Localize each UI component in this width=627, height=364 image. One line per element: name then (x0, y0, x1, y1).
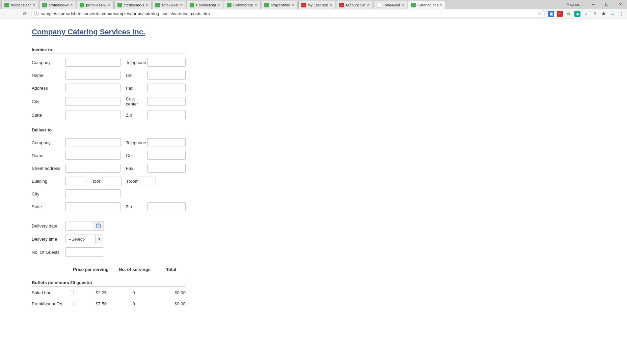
maximize-button[interactable]: ☐ (600, 0, 614, 9)
close-icon[interactable]: ✕ (254, 3, 257, 7)
close-icon[interactable]: ✕ (70, 3, 73, 7)
invoice-telephone-input[interactable] (147, 58, 186, 67)
d-name-label: Name (32, 153, 65, 158)
tab-title: Total-a-list (383, 3, 400, 7)
d-fax-label: Fax (120, 166, 147, 171)
deliver-fax-input[interactable] (147, 164, 186, 173)
invoice-header: Invoice to (32, 47, 186, 54)
invoice-city-input[interactable] (65, 97, 120, 106)
floor-label: Floor (86, 179, 103, 184)
telephone-label: Telephone (120, 60, 147, 65)
profile-name[interactable]: Magnus (567, 2, 580, 6)
name-label: Name (32, 73, 65, 78)
address-label: Address (32, 86, 65, 91)
close-icon[interactable]: ✕ (32, 3, 35, 7)
deliver-city-input[interactable] (65, 189, 120, 198)
calendar-button[interactable] (93, 221, 104, 231)
close-icon[interactable]: ✕ (367, 3, 370, 7)
close-icon[interactable]: ✕ (329, 3, 332, 7)
deliver-state-input[interactable] (65, 202, 120, 211)
tab-title: Catering cos (417, 3, 438, 7)
reload-button[interactable]: ⟳ (22, 11, 28, 17)
tab-11[interactable]: Catering cos✕ (408, 1, 445, 9)
close-icon[interactable]: ✕ (401, 3, 404, 7)
viewport[interactable]: Company Catering Services Inc. Invoice t… (0, 19, 627, 364)
tab-3[interactable]: credit-card-s✕ (114, 1, 152, 9)
delivery-time-value: --Select- (69, 237, 85, 242)
invoice-zip-input[interactable] (147, 111, 186, 119)
ext-icon-1[interactable]: ▣ (548, 11, 554, 17)
tab-2[interactable]: profit-loss-w✕ (77, 1, 113, 9)
star-icon[interactable]: ☆ (538, 11, 542, 16)
tab-9[interactable]: •••Account Set✕ (336, 1, 373, 9)
tab-7[interactable]: project-time✕ (261, 1, 297, 9)
tab-0[interactable]: Invoices-sam✕ (1, 1, 38, 9)
item-name: Salad bar (32, 290, 69, 295)
breakfast-checkbox[interactable] (69, 302, 74, 306)
deliver-telephone-input[interactable] (147, 138, 186, 147)
tab-8[interactable]: •••My LastPass✕ (298, 1, 335, 9)
tab-1[interactable]: profit-loss-w✕ (39, 1, 76, 9)
th-blank (32, 267, 69, 273)
close-icon[interactable]: ✕ (292, 3, 295, 7)
deliver-cell-input[interactable] (147, 151, 186, 160)
favicon-icon (155, 3, 160, 7)
favicon-icon (227, 3, 231, 7)
invoice-costcenter-input[interactable] (147, 97, 186, 106)
ext-icon-4[interactable]: ◆ (574, 11, 580, 17)
d-state-label: State (32, 204, 65, 209)
room-input[interactable] (139, 177, 156, 185)
building-label: Building (32, 179, 65, 184)
ext-icon-8[interactable]: ☁ (609, 11, 616, 17)
deliver-zip-input[interactable] (147, 202, 186, 211)
forward-button[interactable]: → (12, 11, 18, 17)
close-icon[interactable]: ✕ (108, 3, 111, 7)
tab-title: project-time (271, 3, 290, 7)
d-city-label: City (32, 191, 65, 196)
info-icon[interactable]: i (34, 11, 39, 16)
ext-icon-6[interactable]: B (592, 11, 598, 17)
deliver-street-input[interactable] (65, 164, 120, 173)
page-title[interactable]: Company Catering Services Inc. (32, 28, 145, 36)
delivery-date-input[interactable] (65, 221, 93, 231)
menu-icon[interactable]: ⋮ (618, 11, 624, 17)
tab-5[interactable]: Commercial✕ (187, 1, 223, 9)
tab-title: Commercial (196, 3, 216, 7)
minimize-button[interactable]: ─ (587, 0, 600, 9)
tab-10[interactable]: Total-a-list✕ (374, 1, 407, 9)
ext-icon-3[interactable]: ✿ (566, 11, 572, 17)
th-servings: No. of servings (113, 267, 157, 273)
guests-input[interactable] (65, 247, 103, 257)
delivery-time-select[interactable]: --Select- ▾ (65, 235, 103, 243)
invoice-name-input[interactable] (65, 71, 120, 80)
invoice-company-input[interactable] (65, 58, 120, 67)
address-bar[interactable]: i samples.spreadsheetconverter.com/examp… (31, 10, 545, 18)
invoice-address-input[interactable] (65, 84, 120, 92)
invoice-cell-input[interactable] (147, 71, 186, 80)
building-input[interactable] (65, 177, 86, 185)
tab-6[interactable]: Commercial✕ (224, 1, 261, 9)
ext-icon-2[interactable]: ••• (557, 11, 563, 17)
room-label: Room (121, 179, 139, 184)
close-icon[interactable]: ✕ (217, 3, 220, 7)
close-icon[interactable]: ✕ (439, 3, 442, 7)
close-button[interactable]: ✕ (614, 0, 627, 9)
invoice-fax-input[interactable] (147, 84, 186, 92)
favicon-icon (411, 3, 416, 7)
favicon-icon (264, 3, 269, 7)
ext-icon-7[interactable]: ✱ (601, 11, 607, 17)
item-row-breakfast: Breakfast buffet $7.50 0 $0.00 (32, 301, 196, 306)
deliver-company-input[interactable] (65, 138, 120, 147)
city-label: City (32, 99, 65, 104)
ext-icon-5[interactable]: ✓ (583, 11, 589, 17)
close-icon[interactable]: ✕ (145, 3, 148, 7)
invoice-state-input[interactable] (65, 111, 120, 119)
close-icon[interactable]: ✕ (180, 3, 183, 7)
item-total: $0.00 (155, 301, 186, 306)
deliver-name-input[interactable] (65, 151, 120, 160)
back-button[interactable]: ← (3, 11, 9, 17)
tab-title: Total-a-list (162, 3, 179, 7)
tab-4[interactable]: Total-a-list✕ (152, 1, 186, 9)
salad-checkbox[interactable] (69, 291, 74, 295)
floor-input[interactable] (103, 177, 121, 185)
